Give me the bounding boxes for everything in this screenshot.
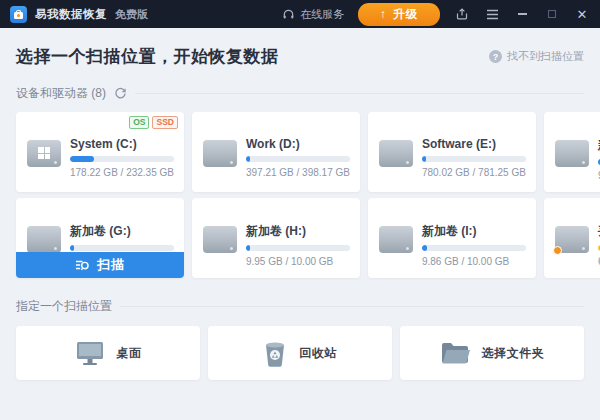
drive-name: 新加卷 (H:)	[246, 223, 350, 240]
drive-name: Work (D:)	[246, 137, 350, 151]
refresh-icon[interactable]	[114, 87, 127, 100]
capacity-bar	[422, 245, 526, 251]
drive-icon	[203, 140, 237, 167]
page-title: 选择一个扫描位置，开始恢复数据	[16, 45, 279, 68]
app-title: 易我数据恢复	[35, 7, 107, 22]
help-link[interactable]: ? 找不到扫描位置	[489, 49, 584, 64]
capacity-bar	[422, 156, 526, 162]
drive-capacity: 397.21 GB / 398.17 GB	[246, 167, 350, 178]
windows-logo-icon	[38, 147, 50, 159]
drive-name: System (C:)	[70, 137, 174, 151]
drive-card[interactable]: 新加卷 (H:) 9.95 GB / 10.00 GB	[192, 198, 360, 278]
locations-section-title: 指定一个扫描位置	[16, 298, 112, 315]
online-service-label: 在线服务	[300, 7, 344, 22]
drive-capacity: 9.86 GB / 10.00 GB	[422, 256, 526, 267]
minimize-icon[interactable]	[514, 6, 530, 22]
drive-card[interactable]: 新加卷 (G:) 9.97 GB / 9.99 GB 扫描	[16, 198, 184, 278]
menu-icon[interactable]	[484, 6, 500, 22]
close-icon[interactable]: ✕	[574, 6, 590, 22]
scan-icon	[75, 258, 90, 272]
scan-location-card[interactable]: 桌面	[16, 326, 200, 380]
drive-capacity: 780.02 GB / 781.25 GB	[422, 167, 526, 178]
maximize-icon[interactable]	[544, 6, 560, 22]
drive-icon	[379, 140, 413, 167]
section-divider	[135, 93, 584, 94]
capacity-bar	[246, 156, 350, 162]
drive-name: Software (E:)	[422, 137, 526, 151]
scan-location-card[interactable]: 选择文件夹	[400, 326, 584, 380]
ssd-badge: SSD	[152, 116, 177, 129]
drive-capacity: 178.22 GB / 232.35 GB	[70, 167, 174, 178]
drive-card[interactable]: 丢失的分区- 1 643.59 GB	[544, 198, 600, 278]
export-icon[interactable]	[454, 6, 470, 22]
drive-name: 新加卷 (I:)	[422, 223, 526, 240]
question-circle-icon: ?	[489, 50, 502, 63]
drive-card[interactable]: OSSSD System (C:) 178.22 GB / 232.35 GB	[16, 112, 184, 192]
scan-location-card[interactable]: 回收站	[208, 326, 392, 380]
drive-icon	[27, 226, 61, 253]
scan-button-label: 扫描	[97, 256, 125, 274]
drive-badges: OSSSD	[129, 116, 178, 129]
drive-card[interactable]: 新加卷 (I:) 9.86 GB / 10.00 GB	[368, 198, 536, 278]
help-label: 找不到扫描位置	[507, 49, 584, 64]
os-badge: OS	[129, 116, 149, 129]
drive-icon	[203, 226, 237, 253]
capacity-bar	[70, 156, 174, 162]
drive-grid: OSSSD System (C:) 178.22 GB / 232.35 GB …	[16, 112, 584, 278]
scan-location-label: 选择文件夹	[482, 345, 545, 362]
drive-capacity: 9.95 GB / 10.00 GB	[246, 256, 350, 267]
scan-location-label: 桌面	[117, 345, 142, 362]
drive-card[interactable]: 新加卷 (F:) 9.95 GB / 10.00 GB	[544, 112, 600, 192]
recycle-bin-icon	[263, 340, 287, 367]
capacity-bar	[70, 245, 174, 251]
desktop-icon	[75, 340, 105, 366]
drive-card[interactable]: Work (D:) 397.21 GB / 398.17 GB	[192, 112, 360, 192]
lost-partition-dot	[553, 246, 562, 255]
scan-button[interactable]: 扫描	[16, 252, 184, 278]
upgrade-arrow-icon: ↑	[380, 8, 387, 20]
upgrade-button[interactable]: ↑ 升级	[358, 3, 440, 26]
upgrade-label: 升级	[393, 7, 418, 22]
drive-name: 新加卷 (G:)	[70, 223, 174, 240]
capacity-bar	[246, 245, 350, 251]
headset-icon	[282, 8, 295, 21]
drive-icon	[555, 226, 589, 253]
online-service-button[interactable]: 在线服务	[282, 7, 344, 22]
folder-icon	[440, 341, 470, 365]
drive-icon	[379, 226, 413, 253]
main-content: 选择一个扫描位置，开始恢复数据 ? 找不到扫描位置 设备和驱动器 (8) OSS…	[0, 28, 600, 380]
drive-icon	[555, 140, 589, 167]
devices-section-title: 设备和驱动器 (8)	[16, 85, 106, 102]
location-grid: 桌面 回收站 选择文件夹	[16, 326, 584, 380]
section-divider	[120, 306, 584, 307]
drive-card[interactable]: Software (E:) 780.02 GB / 781.25 GB	[368, 112, 536, 192]
titlebar: 易我数据恢复 免费版 在线服务 ↑ 升级	[0, 0, 600, 28]
scan-location-label: 回收站	[299, 345, 337, 362]
app-logo-icon	[10, 6, 27, 23]
app-edition-badge: 免费版	[115, 7, 148, 22]
drive-icon	[27, 140, 61, 167]
